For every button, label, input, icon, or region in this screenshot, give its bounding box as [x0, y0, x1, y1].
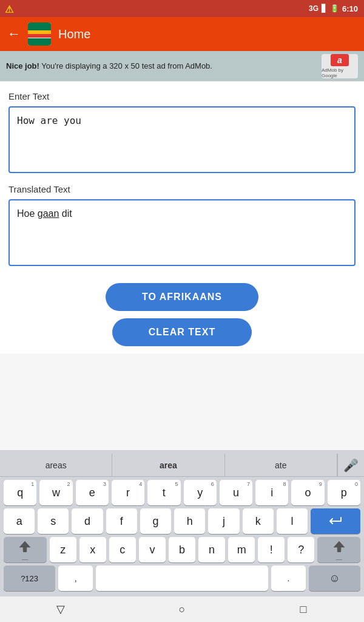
key-m[interactable]: m	[228, 537, 255, 562]
nav-bar: ▽ ○ □	[0, 596, 364, 622]
time-display: 6:10	[342, 4, 358, 13]
key-exclamation[interactable]: !	[258, 537, 285, 562]
suggestion-areas[interactable]: areas	[0, 454, 112, 476]
mic-icon[interactable]: 🎤	[337, 454, 364, 476]
main-content: Enter Text How are you Translated Text H…	[0, 81, 364, 273]
key-p-num: 0	[355, 481, 358, 487]
suggestion-area[interactable]: area	[112, 454, 224, 476]
key-u[interactable]: 7u	[220, 480, 252, 505]
suggestion-ate-text: ate	[275, 460, 286, 470]
emoji-key[interactable]: ☺	[309, 566, 360, 591]
key-r-num: 4	[139, 481, 142, 487]
space-key[interactable]	[96, 566, 268, 591]
key-h[interactable]: h	[174, 508, 205, 534]
key-t[interactable]: 5t	[147, 480, 180, 505]
key-r[interactable]: 4r	[112, 480, 144, 505]
key-t-num: 5	[175, 481, 178, 487]
translated-value: Hoe gaan dit	[17, 208, 72, 219]
keyboard-row-3: __ z x c v b n m ! ? __	[4, 537, 360, 562]
nav-home-button[interactable]: ○	[167, 596, 197, 622]
key-q-num: 1	[31, 481, 34, 487]
key-y[interactable]: 6y	[184, 480, 217, 505]
key-e-num: 3	[103, 481, 106, 487]
period-key[interactable]: .	[271, 566, 306, 591]
key-f[interactable]: f	[106, 508, 137, 534]
keyboard-row-2: a s d f g h j k l	[4, 508, 360, 534]
ad-banner: Nice job! You're displaying a 320 x 50 t…	[0, 51, 364, 81]
period-label: .	[287, 573, 289, 583]
key-g[interactable]: g	[140, 508, 171, 534]
key-s[interactable]: s	[38, 508, 69, 534]
key-l[interactable]: l	[277, 508, 308, 534]
key-y-num: 6	[211, 481, 214, 487]
ad-text: Nice job! You're displaying a 320 x 50 t…	[6, 61, 322, 70]
admob-logo: a AdMob by Google	[322, 54, 358, 78]
key-c[interactable]: c	[109, 537, 136, 562]
key-w-num: 2	[67, 481, 70, 487]
key-w[interactable]: 2w	[39, 480, 72, 505]
key-o[interactable]: 9o	[291, 480, 324, 505]
clear-button[interactable]: CLEAR TEXT	[112, 318, 252, 346]
key-j[interactable]: j	[208, 508, 239, 534]
enter-key[interactable]	[311, 508, 360, 534]
emoji-label: ☺	[329, 572, 340, 585]
battery-icon: 🔋	[330, 4, 339, 13]
key-k[interactable]: k	[243, 508, 274, 534]
symbols-label: ?123	[21, 574, 38, 583]
key-n[interactable]: n	[198, 537, 225, 562]
translated-text-label: Translated Text	[8, 184, 356, 194]
status-bar: ⚠ 3G ▋ 🔋 6:10	[0, 0, 364, 17]
shift-underscore: __	[22, 554, 28, 560]
svg-rect-0	[23, 551, 27, 552]
signal-text: 3G	[309, 4, 318, 13]
admob-label: AdMob by Google	[322, 67, 358, 78]
suggestion-area-text: area	[160, 460, 177, 470]
key-b[interactable]: b	[169, 537, 195, 562]
svg-rect-1	[337, 551, 341, 552]
status-icons: 3G ▋ 🔋 6:10	[309, 4, 358, 13]
top-bar: ← Home	[0, 17, 364, 51]
enter-icon	[329, 516, 342, 526]
key-v[interactable]: v	[139, 537, 166, 562]
keyboard-row-4: ?123 , . ☺	[4, 566, 360, 591]
shift-icon	[18, 539, 32, 553]
suggestion-ate[interactable]: ate	[225, 454, 337, 476]
key-p[interactable]: 0p	[328, 480, 360, 505]
nav-recent-button[interactable]: □	[288, 596, 318, 622]
comma-label: ,	[75, 573, 77, 583]
admob-icon: a	[331, 54, 349, 66]
app-title: Home	[58, 27, 90, 41]
enter-text-label: Enter Text	[8, 91, 356, 101]
signal-bars-icon: ▋	[322, 4, 327, 13]
key-z[interactable]: z	[50, 537, 76, 562]
shift-key-right[interactable]: __	[317, 537, 360, 562]
key-question[interactable]: ?	[288, 537, 314, 562]
key-q[interactable]: 1q	[4, 480, 36, 505]
suggestion-areas-text: areas	[46, 460, 67, 470]
translate-button[interactable]: TO AFRIKAANS	[106, 283, 258, 311]
keyboard-row-1: 1q 2w 3e 4r 5t 6y 7u 8i 9o 0p	[4, 480, 360, 505]
key-d[interactable]: d	[72, 508, 103, 534]
nav-back-button[interactable]: ▽	[46, 596, 76, 622]
symbols-key[interactable]: ?123	[4, 566, 55, 591]
key-i[interactable]: 8i	[255, 480, 288, 505]
translated-text-display: Hoe gaan dit	[8, 199, 356, 266]
flag-icon	[28, 22, 51, 46]
key-u-num: 7	[247, 481, 250, 487]
comma-key[interactable]: ,	[58, 566, 93, 591]
buttons-area: TO AFRIKAANS CLEAR TEXT	[0, 273, 364, 354]
word-suggestions: areas area ate 🎤	[0, 454, 364, 477]
key-x[interactable]: x	[79, 537, 106, 562]
shift-key[interactable]: __	[4, 537, 47, 562]
ad-nicejob: Nice job! You're displaying a 320 x 50 t…	[6, 61, 212, 70]
keyboard: areas area ate 🎤 1q 2w 3e 4r 5t 6y 7u 8i…	[0, 450, 364, 596]
key-i-num: 8	[283, 481, 286, 487]
text-input[interactable]: How are you	[8, 106, 356, 173]
key-a[interactable]: a	[4, 508, 35, 534]
back-button[interactable]: ←	[7, 26, 21, 42]
shift-right-icon	[332, 539, 346, 553]
key-e[interactable]: 3e	[76, 480, 109, 505]
key-o-num: 9	[319, 481, 322, 487]
shift-right-underscore: __	[336, 554, 342, 560]
alert-icon: ⚠	[5, 4, 13, 15]
